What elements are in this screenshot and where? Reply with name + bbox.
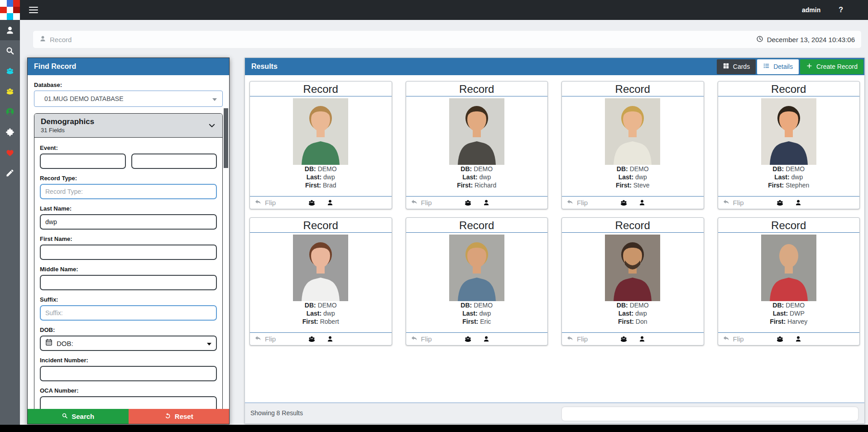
mugshot-photo[interactable] (562, 233, 704, 302)
users-icon[interactable] (308, 335, 316, 343)
first-name-input[interactable] (40, 245, 217, 260)
help-icon[interactable]: ? (839, 6, 843, 14)
flip-link[interactable]: Flip (254, 198, 276, 207)
record-card[interactable]: Record DB: DEMO Last: dwp First: Stephen… (718, 81, 860, 209)
incident-number-input[interactable] (40, 366, 217, 381)
event-input-1[interactable] (40, 154, 126, 169)
record-card[interactable]: Record DB: DEMO Last: dwp First: Richard… (406, 81, 548, 209)
middle-name-input[interactable] (40, 275, 217, 290)
heart-icon (5, 148, 14, 157)
sidebar-item-modules[interactable] (0, 122, 20, 142)
sidebar-item-user-circle[interactable] (0, 101, 20, 122)
flip-link[interactable]: Flip (411, 335, 432, 343)
sidebar-item-favorites[interactable] (0, 142, 20, 163)
person-icon[interactable] (639, 336, 646, 342)
search-icon (5, 46, 14, 55)
users-icon[interactable] (620, 335, 628, 343)
puzzle-icon (5, 128, 14, 137)
flip-label: Flip (577, 335, 588, 343)
sidebar-item-groups-yellow[interactable] (0, 81, 20, 101)
create-record-label: Create Record (816, 63, 858, 70)
record-card[interactable]: Record DB: DEMO Last: DWP First: Harvey … (718, 217, 860, 346)
flip-link[interactable]: Flip (411, 198, 432, 207)
record-card-title: Record (250, 82, 392, 96)
person-icon[interactable] (795, 336, 801, 342)
flip-link[interactable]: Flip (566, 335, 588, 343)
users-icon[interactable] (620, 199, 628, 207)
mugshot-photo[interactable] (718, 233, 860, 302)
mugshot-photo[interactable] (250, 233, 392, 302)
menu-toggle-icon[interactable] (29, 5, 38, 14)
mugshot-photo[interactable] (718, 96, 860, 165)
reply-icon (566, 198, 574, 207)
reply-icon (566, 335, 574, 343)
record-card[interactable]: Record DB: DEMO Last: dwp First: Brad Fl… (249, 81, 392, 209)
flip-link[interactable]: Flip (566, 198, 588, 207)
users-icon[interactable] (464, 199, 472, 207)
users-icon[interactable] (464, 335, 472, 343)
person-icon[interactable] (483, 336, 489, 342)
record-card-title: Record (250, 218, 392, 233)
person-icon[interactable] (327, 199, 334, 206)
sidebar-item-search[interactable] (0, 40, 20, 61)
mugshot-photo[interactable] (406, 233, 548, 302)
users-icon[interactable] (776, 199, 784, 207)
create-record-button[interactable]: Create Record (800, 59, 863, 74)
plus-icon (806, 62, 813, 71)
record-card-info: DB: DEMO Last: dwp First: Steve (562, 165, 704, 189)
details-view-button[interactable]: Details (757, 59, 799, 74)
cards-view-button[interactable]: Cards (717, 59, 756, 74)
record-card-footer: Flip (250, 332, 392, 345)
person-icon[interactable] (483, 199, 489, 206)
flip-link[interactable]: Flip (254, 335, 276, 343)
mugshot-photo[interactable] (406, 96, 548, 165)
record-card-info: DB: DEMO Last: dwp First: Robert (250, 302, 392, 326)
dob-value: DOB: (57, 340, 73, 347)
datetime-display: December 13, 2024 10:43:06 (767, 36, 855, 43)
users-icon (5, 87, 14, 96)
mugshot-photo[interactable] (250, 96, 392, 165)
user-menu[interactable]: admin (802, 6, 820, 14)
calendar-icon (45, 339, 53, 348)
record-card[interactable]: Record DB: DEMO Last: dwp First: Eric Fl… (406, 217, 548, 346)
sidebar-item-edit[interactable] (0, 163, 20, 183)
search-button[interactable]: Search (28, 409, 129, 424)
record-card[interactable]: Record DB: DEMO Last: dwp First: Don Fli… (561, 217, 704, 346)
top-bar: admin ? (0, 0, 868, 20)
results-grid: Record DB: DEMO Last: dwp First: Brad Fl… (245, 75, 864, 403)
reset-button[interactable]: Reset (129, 409, 230, 424)
person-icon (39, 35, 46, 43)
field-label-dob: DOB: (40, 326, 217, 333)
record-type-input[interactable] (40, 184, 217, 199)
users-icon[interactable] (308, 199, 316, 207)
record-card-footer: Flip (718, 332, 860, 345)
reply-icon (411, 198, 418, 207)
person-icon[interactable] (639, 199, 646, 206)
demographics-accordion-header[interactable]: Demographics 31 Fields (34, 114, 222, 138)
record-card[interactable]: Record DB: DEMO Last: dwp First: Steve F… (561, 81, 704, 209)
record-card[interactable]: Record DB: DEMO Last: dwp First: Robert … (249, 217, 392, 346)
sidebar-item-records[interactable] (0, 20, 20, 40)
record-card-info: DB: DEMO Last: dwp First: Stephen (718, 165, 860, 189)
sidebar-item-groups-cyan[interactable] (0, 61, 20, 81)
suffix-input[interactable] (40, 305, 217, 321)
person-icon[interactable] (795, 199, 801, 206)
find-panel-scrollbar[interactable] (224, 108, 228, 168)
pencil-icon (5, 168, 14, 178)
last-name-input[interactable] (40, 214, 217, 230)
flip-link[interactable]: Flip (723, 335, 744, 343)
person-icon[interactable] (327, 336, 334, 342)
dob-select[interactable]: DOB: (40, 336, 217, 351)
users-icon[interactable] (776, 335, 784, 343)
horizontal-scrollbar[interactable] (562, 407, 858, 421)
record-card-info: DB: DEMO Last: dwp First: Eric (406, 302, 548, 326)
record-card-title: Record (562, 218, 704, 233)
flip-link[interactable]: Flip (723, 198, 744, 207)
find-record-form: Database: 01.MUG DEMO DATABASE Demograph… (28, 75, 229, 424)
record-card-info: DB: DEMO Last: dwp First: Richard (406, 165, 548, 189)
event-input-2[interactable] (131, 154, 217, 169)
app-logo (0, 0, 20, 20)
mugshot-photo[interactable] (562, 96, 704, 165)
results-header: Results Cards Details Create Record (245, 58, 864, 75)
database-select[interactable]: 01.MUG DEMO DATABASE (34, 91, 223, 107)
